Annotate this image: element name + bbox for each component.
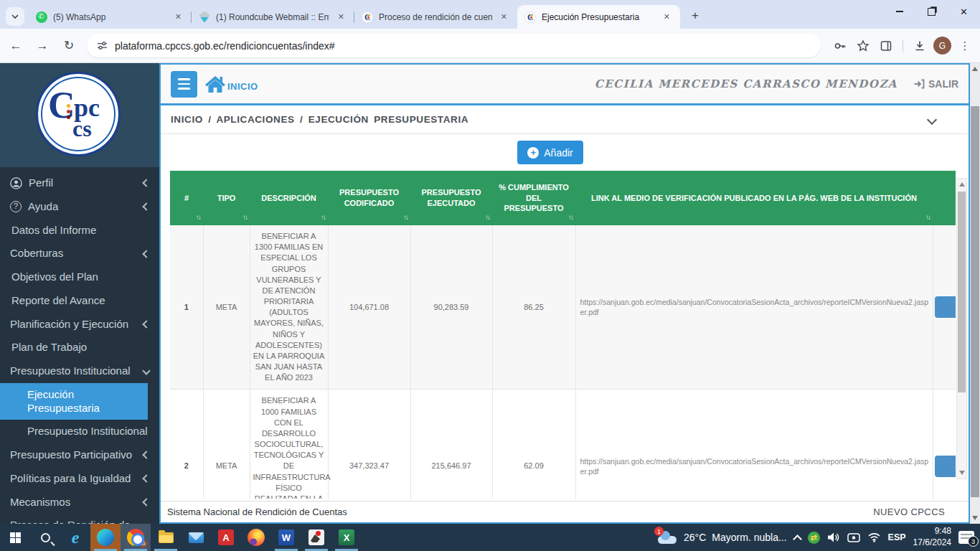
sidebar-item-datos-del-informe[interactable]: Datos del Informe (0, 219, 159, 242)
browser-tab[interactable]: (1) Roundcube Webmail :: Envia✕ (192, 5, 354, 29)
content-scrollbar[interactable] (956, 178, 967, 479)
hamburger-menu-button[interactable] (171, 71, 197, 98)
logout-button[interactable]: SALIR (913, 78, 958, 90)
row-action-button[interactable] (935, 456, 956, 477)
sidebar-item-label: Presupuesto Participativo (10, 448, 132, 462)
minimize-button[interactable] (883, 0, 915, 23)
wifi-icon[interactable] (867, 532, 881, 542)
bookmark-star-icon[interactable] (854, 37, 872, 55)
column-header[interactable]: % CUMPLIMIENTO DEL PRESUPUESTO↑↓ (492, 171, 575, 225)
sidebar-item-planificacion-y-ejecucion[interactable]: Planificación y Ejecución (0, 313, 159, 336)
download-icon[interactable] (910, 37, 929, 55)
column-header[interactable]: PRESUPUESTO EJECUTADO↑↓ (410, 171, 492, 225)
collapse-chevron-icon[interactable] (927, 114, 937, 124)
browser-tab-active[interactable]: Ejecución Presupuestaria✕ (517, 5, 680, 29)
column-header[interactable]: PRESUPUESTO CODIFICADO↑↓ (328, 171, 410, 225)
close-window-button[interactable]: ✕ (948, 0, 980, 23)
back-button[interactable]: ← (5, 35, 27, 57)
browser-scroll-down-arrow[interactable] (972, 516, 978, 520)
sort-icon[interactable]: ↑↓ (485, 212, 489, 222)
taskbar-start[interactable] (0, 524, 30, 551)
budget-table: #↑↓TIPO↑↓DESCRIPCIÓN↑↓PRESUPUESTO CODIFI… (170, 171, 956, 499)
address-bar[interactable]: plataforma.cpccs.gob.ec/rendicioncuentas… (87, 34, 821, 57)
sidebar-item-presupuesto-institucional[interactable]: Presupuesto Institucional (0, 420, 159, 443)
browser-menu-icon[interactable]: ⋮ (956, 37, 974, 55)
browser-tab[interactable]: Proceso de rendición de cuenta✕ (354, 5, 517, 29)
column-header[interactable]: #↑↓ (170, 171, 203, 225)
sidebar-item-proceso-de-rendicion-de-cuentas[interactable]: Proceso de Rendición de Cuentas (0, 514, 159, 524)
scroll-up-arrow[interactable] (959, 182, 965, 187)
sidebar-item-politicas-para-la-igualdad[interactable]: Políticas para la Igualdad (0, 467, 159, 491)
sort-icon[interactable]: ↑↓ (403, 212, 407, 222)
sidebar-item-ejecucion-presupuestaria[interactable]: Ejecución Presupuestaria (0, 383, 148, 420)
taskbar-word[interactable]: W (271, 524, 301, 551)
sidebar-item-presupuesto-institucional[interactable]: Presupuesto Institucional (0, 359, 159, 383)
chrome-icon: G (127, 529, 144, 546)
taskbar-ie[interactable]: e (60, 524, 90, 551)
add-button[interactable]: + Añadir (517, 141, 583, 164)
taskbar-acrobat[interactable]: A (211, 524, 241, 551)
clock[interactable]: 9:48 17/6/2024 (913, 526, 951, 548)
scrollbar-thumb[interactable] (958, 192, 966, 392)
taskbar-excel[interactable]: X (331, 524, 362, 551)
column-header[interactable]: TIPO↑↓ (203, 171, 250, 225)
acrobat-icon: A (218, 529, 234, 545)
breadcrumb-row: INICIO / APLICACIONES / EJECUCIÓN PRESUP… (161, 105, 969, 134)
weather-widget[interactable]: 1 26°C Mayorm. nubla... (656, 531, 787, 544)
tab-close-icon[interactable]: ✕ (172, 11, 184, 23)
profile-avatar[interactable]: G (933, 37, 951, 55)
side-panel-icon[interactable] (877, 37, 895, 55)
sidebar-item-coberturas[interactable]: Coberturas (0, 242, 159, 265)
taskbar-java[interactable] (301, 524, 331, 551)
sort-icon[interactable]: ↑↓ (196, 212, 200, 222)
row-action-button[interactable] (935, 296, 956, 318)
column-header[interactable]: DESCRIPCIÓN↑↓ (250, 171, 328, 225)
meet-now-icon[interactable] (847, 532, 860, 543)
home-link[interactable]: INICIO (204, 75, 258, 94)
sidebar-item-perfil[interactable]: Perfil (0, 171, 159, 195)
restore-button[interactable] (915, 0, 948, 23)
taskbar-explorer[interactable] (151, 524, 181, 551)
taskbar-search[interactable] (30, 524, 60, 551)
sort-icon[interactable]: ↑↓ (321, 212, 325, 222)
sidebar-item-ayuda[interactable]: ?Ayuda (0, 195, 159, 219)
tab-search-button[interactable] (6, 7, 24, 26)
sort-icon[interactable]: ↑↓ (925, 212, 930, 222)
taskbar-firefox[interactable] (241, 524, 271, 551)
taskbar-mail[interactable] (181, 524, 211, 551)
keyboard-language[interactable]: ESP (888, 532, 906, 542)
browser-scrollbar[interactable] (970, 63, 980, 524)
chevron-left-icon (142, 451, 150, 459)
forward-button[interactable]: → (32, 35, 53, 57)
scroll-down-arrow[interactable] (959, 471, 965, 475)
browser-scrollbar-thumb[interactable] (971, 106, 979, 497)
column-header[interactable]: LINK AL MEDIO DE VERIFICACIÓN PUBLICADO … (575, 171, 933, 225)
notification-center-icon[interactable]: 3 (958, 531, 974, 544)
antivirus-icon[interactable]: ⇄ (808, 532, 820, 544)
sidebar-item-plan-de-trabajo[interactable]: Plan de Trabajo (0, 336, 159, 359)
tab-close-icon[interactable]: ✕ (661, 11, 673, 23)
sort-icon[interactable]: ↑↓ (242, 212, 247, 222)
footer-system-name: Sistema Nacional de Rendición de Cuentas (167, 507, 347, 517)
sidebar-item-objetivos-del-plan[interactable]: Objetivos del Plan (0, 265, 159, 289)
sidebar-item-mecanismos[interactable]: Mecanismos (0, 491, 159, 514)
cpccs-favicon (524, 11, 536, 23)
sort-icon[interactable]: ↑↓ (568, 212, 573, 222)
main-content: INICIO CECILIA MERCEDES CARRASCO MENDOZA… (159, 63, 970, 524)
password-key-icon[interactable] (831, 37, 849, 55)
sidebar-item-label: Mecanismos (10, 496, 70, 509)
taskbar-chrome[interactable]: G (121, 524, 151, 551)
browser-tab[interactable]: (5) WhatsApp✕ (29, 5, 192, 29)
sidebar-item-presupuesto-participativo[interactable]: Presupuesto Participativo (0, 443, 159, 467)
sidebar-item-reporte-del-avance[interactable]: Reporte del Avance (0, 289, 159, 313)
volume-icon[interactable] (827, 532, 840, 543)
tray-expand-icon[interactable] (793, 534, 802, 544)
new-tab-button[interactable]: + (686, 6, 705, 25)
cell-link: https://sanjuan.gob.ec/media/sanjuan/Con… (575, 225, 933, 390)
sidebar-item-label: Presupuesto Institucional (10, 364, 131, 378)
tab-close-icon[interactable]: ✕ (498, 11, 510, 23)
taskbar-edge[interactable] (90, 524, 121, 551)
tab-close-icon[interactable]: ✕ (335, 11, 347, 23)
reload-button[interactable]: ↻ (58, 35, 80, 57)
browser-scroll-up-arrow[interactable] (972, 67, 978, 71)
